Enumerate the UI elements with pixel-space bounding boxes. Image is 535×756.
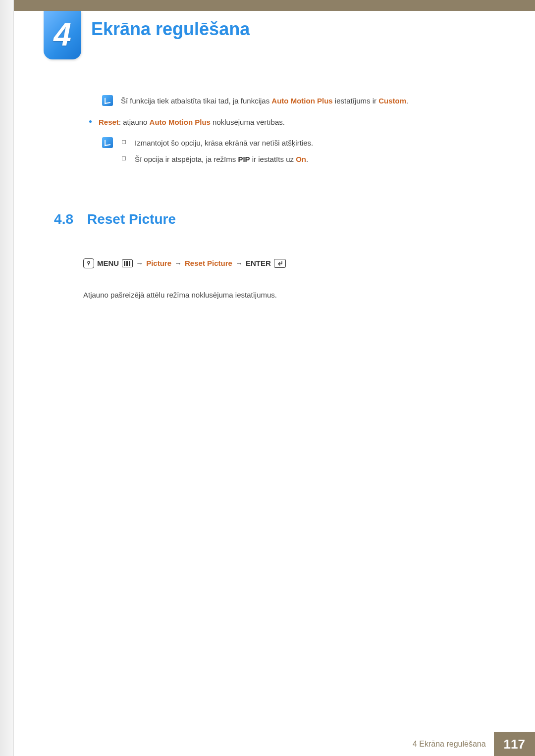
section-heading: 4.8 Reset Picture — [44, 208, 494, 230]
square-bullet-icon — [122, 140, 126, 144]
menu-path: MENU → Picture → Reset Picture → ENTER — [83, 257, 494, 269]
footer-page-number: 117 — [494, 732, 535, 756]
remote-icon — [83, 258, 94, 268]
note1-middle: iestatījums ir — [333, 97, 379, 105]
bullet-dot-icon — [89, 120, 92, 123]
body-paragraph: Atjauno pašreizējā attēlu režīma noklusē… — [83, 289, 494, 301]
chapter-tab: 4 — [44, 11, 81, 59]
note-icon — [102, 95, 113, 106]
square-bullet-icon — [122, 156, 126, 160]
sub2-prefix: Šī opcija ir atspējota, ja režīms — [135, 155, 238, 163]
bullet-term-amp: Auto Motion Plus — [150, 118, 211, 126]
page-footer: 4 Ekrāna regulēšana 117 — [14, 732, 535, 756]
note1-term-custom: Custom — [378, 97, 406, 105]
sub2-term-pip: PIP — [238, 155, 250, 163]
sub-list: Izmantojot šo opciju, krāsa ekrānā var n… — [122, 137, 494, 170]
chapter-title: Ekrāna regulēšana — [91, 19, 250, 40]
sub-item-1-text: Izmantojot šo opciju, krāsa ekrānā var n… — [135, 137, 313, 149]
section-number: 4.8 — [44, 208, 73, 230]
enter-icon — [274, 259, 286, 268]
footer-chapter-label: 4 Ekrāna regulēšana — [413, 740, 486, 749]
menupath-reset-picture: Reset Picture — [185, 257, 232, 269]
menupath-picture: Picture — [146, 257, 171, 269]
note1-suffix: . — [406, 97, 408, 105]
note-icon — [102, 137, 113, 148]
arrow-icon: → — [235, 257, 243, 269]
menu-bars-icon — [122, 259, 133, 267]
bullet-text: Reset: atjauno Auto Motion Plus noklusēj… — [99, 116, 285, 128]
page-left-band — [0, 0, 14, 756]
bullet-suffix: noklusējuma vērtības. — [211, 118, 285, 126]
menupath-menu: MENU — [97, 257, 119, 269]
arrow-icon: → — [136, 257, 143, 269]
note-text-1: Šī funkcija tiek atbalstīta tikai tad, j… — [121, 95, 494, 106]
page-top-band — [14, 0, 535, 11]
note1-term-auto-motion-plus: Auto Motion Plus — [271, 97, 332, 105]
sub-note-block: Izmantojot šo opciju, krāsa ekrānā var n… — [102, 137, 494, 170]
sub2-suffix: . — [306, 155, 308, 163]
note1-prefix: Šī funkcija tiek atbalstīta tikai tad, j… — [121, 97, 271, 105]
arrow-icon: → — [174, 257, 182, 269]
section-title: Reset Picture — [87, 208, 176, 230]
note-row-1: Šī funkcija tiek atbalstīta tikai tad, j… — [102, 95, 494, 106]
sub2-term-on: On — [296, 155, 306, 163]
chapter-number: 4 — [54, 16, 71, 53]
bullet-colon: : atjauno — [119, 118, 150, 126]
bullet-term-reset: Reset — [99, 118, 119, 126]
sub-item-2-text: Šī opcija ir atspējota, ja režīms PIP ir… — [135, 153, 308, 165]
sub2-middle: ir iestatīts uz — [250, 155, 296, 163]
sub-item-2: Šī opcija ir atspējota, ja režīms PIP ir… — [122, 153, 494, 165]
bullet-reset: Reset: atjauno Auto Motion Plus noklusēj… — [89, 116, 494, 128]
svg-point-0 — [88, 261, 90, 263]
menupath-enter: ENTER — [246, 257, 271, 269]
sub-item-1: Izmantojot šo opciju, krāsa ekrānā var n… — [122, 137, 494, 149]
page-content: Šī funkcija tiek atbalstīta tikai tad, j… — [83, 95, 494, 301]
